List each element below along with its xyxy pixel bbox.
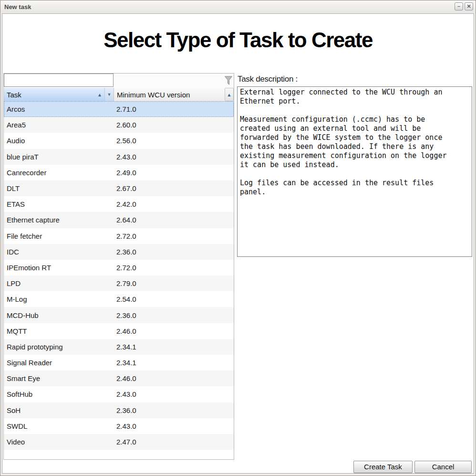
min-wcu-version-cell: 2.43.0: [116, 390, 234, 398]
task-name-cell: Canrecorder: [4, 169, 116, 177]
table-header-row: Task ▲ ▼ Minimum WCU version ▲: [4, 88, 234, 101]
min-wcu-version-cell: 2.72.0: [116, 232, 234, 240]
min-wcu-version-cell: 2.34.1: [116, 359, 234, 367]
task-name-cell: Audio: [4, 137, 116, 145]
table-row[interactable]: SoH2.36.0: [4, 402, 234, 418]
min-wcu-version-cell: 2.64.0: [116, 216, 234, 224]
task-name-cell: ETAS: [4, 200, 116, 208]
min-wcu-version-cell: 2.46.0: [116, 374, 234, 382]
scroll-up-icon: ▲: [227, 92, 232, 97]
table-row[interactable]: File fetcher2.72.0: [4, 228, 234, 244]
min-wcu-version-cell: 2.36.0: [116, 406, 234, 414]
task-name-cell: SWDL: [4, 422, 116, 430]
filter-funnel-button[interactable]: [223, 74, 234, 86]
column-header-version-label: Minimum WCU version: [117, 91, 190, 99]
min-wcu-version-cell: 2.67.0: [116, 184, 234, 192]
table-row[interactable]: IDC2.36.0: [4, 244, 234, 260]
close-button[interactable]: ✕: [465, 2, 473, 11]
new-task-dialog: New task – ✕ Select Type of Task to Crea…: [0, 0, 476, 476]
task-name-cell: blue piraT: [4, 153, 116, 161]
min-wcu-version-cell: 2.47.0: [116, 438, 234, 446]
page-title: Select Type of Task to Create: [2, 28, 474, 52]
task-name-cell: Rapid prototyping: [4, 343, 116, 351]
task-name-cell: SoH: [4, 406, 116, 414]
min-wcu-version-cell: 2.36.0: [116, 248, 234, 256]
cancel-button[interactable]: Cancel: [414, 461, 472, 473]
task-name-cell: IDC: [4, 248, 116, 256]
task-name-cell: Ethernet capture: [4, 216, 116, 224]
min-wcu-version-cell: 2.34.1: [116, 343, 234, 351]
column-header-task[interactable]: Task ▲: [4, 88, 105, 101]
window-title: New task: [4, 3, 31, 11]
table-row[interactable]: Video2.47.0: [4, 434, 234, 450]
min-wcu-version-cell: 2.46.0: [116, 327, 234, 335]
table-row[interactable]: Rapid prototyping2.34.1: [4, 339, 234, 355]
task-table-body: Arcos2.71.0Area52.60.0Audio2.56.0blue pi…: [4, 101, 234, 450]
table-row[interactable]: blue piraT2.43.0: [4, 149, 234, 165]
task-name-cell: Signal Reader: [4, 359, 116, 367]
minimize-icon: –: [457, 3, 460, 9]
chevron-down-icon: ▼: [107, 92, 112, 97]
close-icon: ✕: [466, 3, 471, 9]
min-wcu-version-cell: 2.72.0: [116, 264, 234, 272]
sort-ascending-icon: ▲: [97, 92, 104, 97]
min-wcu-version-cell: 2.49.0: [116, 169, 234, 177]
window-controls: – ✕: [455, 2, 473, 11]
table-row[interactable]: Arcos2.71.0: [4, 101, 234, 117]
task-description-text[interactable]: External logger connected to the WCU thr…: [237, 86, 472, 257]
table-filter-row: [4, 74, 234, 88]
task-name-cell: MQTT: [4, 327, 116, 335]
task-name-cell: IPEmotion RT: [4, 264, 116, 272]
min-wcu-version-cell: 2.71.0: [116, 105, 234, 113]
table-row[interactable]: Ethernet capture2.64.0: [4, 212, 234, 228]
task-name-cell: SoftHub: [4, 390, 116, 398]
table-row[interactable]: Signal Reader2.34.1: [4, 355, 234, 370]
table-row[interactable]: SWDL2.43.0: [4, 418, 234, 434]
column-header-task-label: Task: [7, 91, 21, 99]
task-name-cell: Smart Eye: [4, 374, 116, 382]
minimize-button[interactable]: –: [455, 2, 463, 11]
table-row[interactable]: LPD2.79.0: [4, 275, 234, 291]
task-name-cell: LPD: [4, 279, 116, 287]
task-name-cell: Video: [4, 438, 116, 446]
column-dropdown-button[interactable]: ▼: [105, 88, 114, 101]
dialog-content: Select Type of Task to Create Task ▲ ▼: [2, 13, 474, 474]
table-row[interactable]: MCD-Hub2.36.0: [4, 307, 234, 323]
table-row[interactable]: MQTT2.46.0: [4, 323, 234, 339]
task-name-cell: DLT: [4, 184, 116, 192]
scrollbar-up-button[interactable]: ▲: [225, 88, 234, 101]
task-name-cell: M-Log: [4, 295, 116, 303]
task-name-cell: Arcos: [4, 105, 116, 113]
table-row[interactable]: Audio2.56.0: [4, 133, 234, 148]
min-wcu-version-cell: 2.54.0: [116, 295, 234, 303]
min-wcu-version-cell: 2.43.0: [116, 422, 234, 430]
table-row[interactable]: Area52.60.0: [4, 117, 234, 133]
create-task-button[interactable]: Create Task: [353, 461, 413, 473]
funnel-icon: [224, 75, 233, 85]
titlebar[interactable]: New task – ✕: [0, 0, 476, 13]
table-row[interactable]: DLT2.67.0: [4, 180, 234, 196]
table-row[interactable]: IPEmotion RT2.72.0: [4, 260, 234, 275]
table-row[interactable]: Canrecorder2.49.0: [4, 165, 234, 180]
task-name-cell: Area5: [4, 121, 116, 129]
task-description-label: Task description :: [238, 74, 298, 84]
table-row[interactable]: SoftHub2.43.0: [4, 386, 234, 402]
table-row[interactable]: Smart Eye2.46.0: [4, 370, 234, 386]
min-wcu-version-cell: 2.60.0: [116, 121, 234, 129]
min-wcu-version-cell: 2.56.0: [116, 137, 234, 145]
min-wcu-version-cell: 2.42.0: [116, 200, 234, 208]
column-header-version[interactable]: Minimum WCU version: [114, 88, 225, 101]
task-name-cell: MCD-Hub: [4, 311, 116, 319]
min-wcu-version-cell: 2.43.0: [116, 153, 234, 161]
task-name-cell: File fetcher: [4, 232, 116, 240]
table-row[interactable]: ETAS2.42.0: [4, 196, 234, 212]
table-filter-input[interactable]: [4, 74, 114, 87]
min-wcu-version-cell: 2.79.0: [116, 279, 234, 287]
min-wcu-version-cell: 2.36.0: [116, 311, 234, 319]
task-table-panel: Task ▲ ▼ Minimum WCU version ▲ Arcos2.71…: [3, 73, 234, 460]
table-row[interactable]: M-Log2.54.0: [4, 291, 234, 307]
